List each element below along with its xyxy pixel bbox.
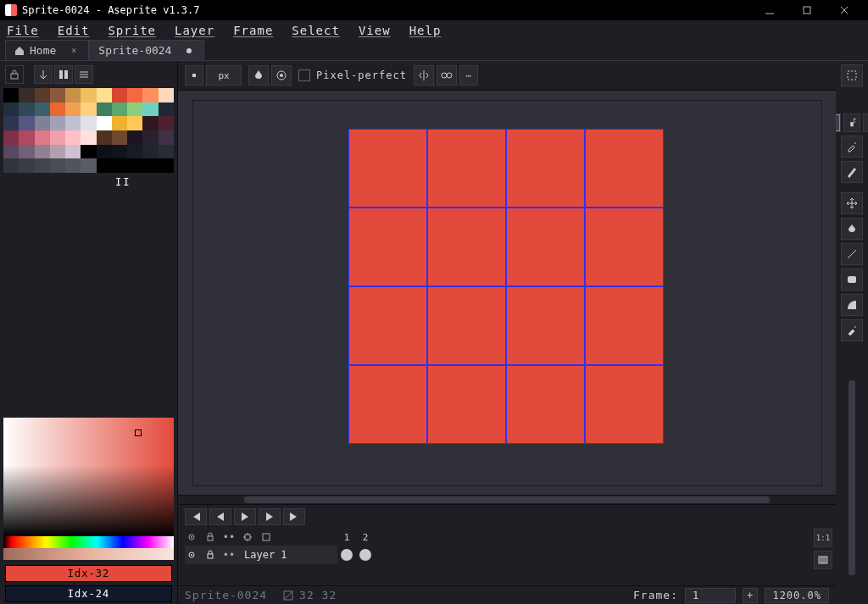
palette-swatch[interactable] [112,145,127,159]
palette-swatch[interactable] [97,145,112,159]
lock-column-icon[interactable] [203,530,217,544]
palette-swatch[interactable] [142,88,158,103]
palette-presets-button[interactable] [54,65,73,84]
marquee-tool[interactable] [841,64,863,86]
palette-swatch[interactable] [19,158,34,173]
palette-swatch[interactable] [81,145,96,159]
window-maximize-button[interactable] [788,0,826,20]
color-palette[interactable] [3,88,174,173]
palette-swatch[interactable] [35,158,50,173]
palette-swatch[interactable] [35,145,50,159]
palette-swatch[interactable] [19,145,34,159]
zoom-tool[interactable] [841,161,863,183]
rectangle-tool[interactable] [841,269,863,291]
menu-help[interactable]: Help [409,24,442,37]
cel-2[interactable] [356,546,375,564]
canvas-v-scrollbar[interactable] [849,348,855,601]
window-minimize-button[interactable] [751,0,788,20]
palette-swatch[interactable] [127,88,142,103]
palette-swatch[interactable] [112,103,127,117]
palette-swatch[interactable] [50,103,65,117]
palette-swatch[interactable] [35,116,50,130]
color-picker-tints[interactable] [3,548,174,560]
symmetry-button[interactable] [414,65,434,86]
bucket-tool[interactable] [841,218,863,240]
palette-swatch[interactable] [81,116,96,130]
palette-swatch[interactable] [3,145,19,159]
status-frame-input[interactable]: 1 [685,588,736,603]
palette-swatch[interactable] [19,103,34,117]
palette-swatch[interactable] [3,88,19,103]
play-button[interactable] [234,508,256,525]
blur-tool[interactable] [841,319,863,341]
palette-swatch[interactable] [81,130,96,145]
dynamics-button[interactable] [271,65,292,86]
menu-layer[interactable]: Layer [175,24,214,37]
continuous-column-icon[interactable]: •• [222,530,236,544]
palette-swatch[interactable] [97,88,112,103]
palette-swatch[interactable] [65,145,81,159]
pixel-perfect-checkbox[interactable] [298,69,310,81]
palette-swatch[interactable] [50,116,65,130]
palette-swatch[interactable] [159,88,174,103]
brush-shape-button[interactable] [185,65,203,86]
palette-swatch[interactable] [142,145,158,159]
color-picker-shade[interactable] [3,418,174,536]
palette-lock-button[interactable] [5,65,24,84]
palette-swatch[interactable] [35,103,50,117]
palette-swatch[interactable] [19,130,34,145]
menu-select[interactable]: Select [292,24,340,37]
visibility-column-icon[interactable] [185,530,198,544]
palette-swatch[interactable] [97,103,112,117]
palette-swatch[interactable] [127,116,142,130]
zoom-field[interactable]: 1200.0% [765,588,829,603]
palette-swatch[interactable] [127,103,142,117]
menu-frame[interactable]: Frame [233,24,273,37]
palette-swatch[interactable] [159,145,174,159]
palette-swatch[interactable] [19,88,34,103]
menu-file[interactable]: File [7,24,39,37]
tab-home-close[interactable]: × [71,46,76,55]
next-frame-button[interactable] [259,508,281,525]
palette-sort-button[interactable] [34,65,53,84]
palette-swatch[interactable] [50,158,65,173]
menu-sprite[interactable]: Sprite [108,24,156,37]
link-column-icon[interactable] [241,530,254,544]
palette-swatch[interactable] [142,116,158,130]
tab-sprite-0024[interactable]: Sprite-0024 [89,40,204,60]
tab-home[interactable]: Home × [5,40,89,60]
palette-swatch[interactable] [159,130,174,145]
prev-frame-button[interactable] [209,508,231,525]
context-more-button[interactable]: ⋯ [459,65,478,86]
palette-swatch[interactable] [159,103,174,117]
palette-swatch[interactable] [3,103,19,117]
palette-swatch[interactable] [127,145,142,159]
layer-continuous-toggle[interactable]: •• [222,548,236,562]
palette-swatch[interactable] [65,103,81,117]
tiled-mode-button[interactable] [437,65,457,86]
palette-swatch[interactable] [3,116,19,130]
timeline-config-button[interactable] [814,551,832,569]
menu-edit[interactable]: Edit [58,24,90,37]
line-tool[interactable] [841,243,863,265]
new-frame-button[interactable]: + [743,588,758,603]
palette-swatch[interactable] [112,116,127,130]
palette-swatch[interactable] [65,130,81,145]
contour-tool[interactable] [841,294,863,316]
brush-size-field[interactable]: px [206,65,242,86]
palette-swatch[interactable] [65,158,81,173]
eyedropper-tool[interactable] [841,136,863,158]
palette-swatch[interactable] [97,116,112,130]
move-tool[interactable] [841,192,863,214]
layer-lock-toggle[interactable] [203,548,217,562]
palette-swatch[interactable] [65,88,81,103]
palette-options-button[interactable] [75,65,93,84]
palette-swatch[interactable] [81,158,96,173]
window-close-button[interactable] [826,0,863,20]
canvas-viewport[interactable] [178,90,836,496]
palette-swatch[interactable] [112,88,127,103]
spray-tool[interactable] [843,114,860,132]
palette-swatch[interactable] [127,130,142,145]
menu-view[interactable]: View [359,24,391,37]
palette-swatch[interactable] [35,130,50,145]
